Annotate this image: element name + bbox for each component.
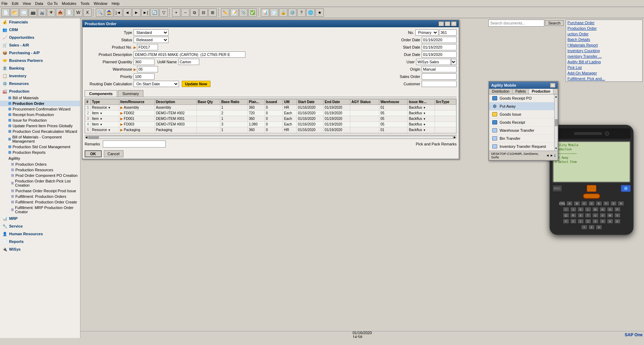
toolbar-print[interactable]: 🖨️ xyxy=(38,8,46,17)
link-production-order-2[interactable]: uction Order xyxy=(566,31,642,37)
key-p[interactable]: P xyxy=(614,207,621,212)
menu-window[interactable]: Window xyxy=(94,1,107,6)
sidebar-item-purchasing[interactable]: 📦 Purchasing - A/P xyxy=(0,49,80,57)
sidebar-subitem-procurement-wizard[interactable]: Procurement Confirmation Wizard xyxy=(0,106,80,112)
toolbar-duplicate[interactable]: ⧉ xyxy=(190,8,199,17)
scroll-left-btn[interactable]: ◄ xyxy=(85,135,88,139)
sales-order-field[interactable] xyxy=(422,73,457,80)
sidebar-item-resources[interactable]: ⚙️ Resources xyxy=(0,80,80,87)
user-dropdown[interactable]: ▼ xyxy=(451,59,457,65)
search-input[interactable] xyxy=(488,20,544,27)
link-agility-bol[interactable]: Agility Bill of Lading xyxy=(566,59,642,65)
toolbar-new[interactable]: 📄 xyxy=(1,8,10,17)
toolbar-last[interactable]: ►| xyxy=(141,8,150,17)
table-row[interactable]: 1 Resource ▼ ▶Assembly Assembly 1 360 0 … xyxy=(85,105,456,110)
table-row[interactable]: 6 Item ▼ 0 xyxy=(85,133,456,134)
toolbar-approval[interactable]: ✅ xyxy=(248,8,257,17)
scroll-thumb[interactable] xyxy=(88,136,99,139)
update-now-button[interactable]: Update Now xyxy=(182,81,210,87)
sidebar-item-sales[interactable]: 🛒 Sales - A/R xyxy=(0,41,80,49)
key-f[interactable]: F xyxy=(603,201,609,206)
customer-field[interactable] xyxy=(422,81,457,87)
toolbar-word[interactable]: W xyxy=(74,8,83,17)
key-b[interactable]: B xyxy=(574,201,580,206)
product-desc-field[interactable] xyxy=(134,51,245,58)
key-d[interactable]: D xyxy=(588,201,595,206)
search-button[interactable]: Search xyxy=(545,20,564,26)
minimize-button[interactable]: _ xyxy=(438,21,444,26)
warehouse-field[interactable] xyxy=(137,66,158,72)
link-purchase-order[interactable]: Purchase Order xyxy=(566,20,642,26)
sidebar-agility-fulfill-create[interactable]: Fulfillment: Production Order Create xyxy=(0,199,80,205)
table-row[interactable]: 5 Resource ▼ ▶Packaging Packaging 1 360 … xyxy=(85,127,456,133)
toolbar-fax[interactable]: 📠 xyxy=(29,8,37,17)
link-batch-details[interactable]: Batch Details xyxy=(566,37,642,42)
key-u[interactable]: U xyxy=(592,213,599,218)
cancel-button[interactable]: Cancel xyxy=(104,150,123,157)
menu-goto[interactable]: Go To xyxy=(48,1,58,6)
no-value-field[interactable] xyxy=(439,29,457,36)
agility-close-btn[interactable]: × xyxy=(550,83,556,88)
origin-field[interactable] xyxy=(422,66,457,72)
agility-tab-pallets[interactable]: Pallets xyxy=(513,89,529,94)
toolbar-wizards[interactable]: 🧙 xyxy=(105,8,113,17)
key-a[interactable]: A xyxy=(566,201,573,206)
key-ctrl[interactable]: CTRL xyxy=(559,201,565,206)
close-button[interactable]: × xyxy=(451,21,457,26)
toolbar-lock[interactable]: 🔒 xyxy=(279,8,287,17)
sidebar-subitem-prod-reports[interactable]: Production Reports xyxy=(0,150,80,155)
sidebar-item-hr[interactable]: 👤 Human Resources xyxy=(0,230,80,238)
key-6[interactable]: 6 xyxy=(614,219,621,224)
sidebar-agility-prod-orders[interactable]: Production Orders xyxy=(0,161,80,167)
table-row[interactable]: 4 Item ▼ ▶FD003 DEMO-ITEM #003 3 1,080 0… xyxy=(85,122,456,127)
type-field[interactable]: Standard xyxy=(134,29,169,36)
table-row[interactable]: 3 Item ▼ ▶FD001 DEMO-ITEM #001 1 360 0 E… xyxy=(85,116,456,122)
link-inventory-transfer[interactable]: nventory Transfer ... xyxy=(566,53,642,59)
key-t[interactable]: T xyxy=(585,213,591,218)
tab-summary[interactable]: Summary xyxy=(118,90,143,97)
agility-menu-inventory-transfer[interactable]: Inventory Transfer Request xyxy=(489,143,558,151)
sidebar-agility-component-po[interactable]: Prod Order Component PO Creation xyxy=(0,173,80,178)
sidebar-item-production[interactable]: 🏭 Production xyxy=(0,87,80,95)
key-v[interactable]: V xyxy=(600,213,606,218)
user-field[interactable] xyxy=(416,59,451,65)
key-5[interactable]: 5 xyxy=(607,219,613,224)
toolbar-open[interactable]: 📂 xyxy=(10,8,19,17)
agility-scroll-left-btn[interactable]: ◄ xyxy=(546,153,549,158)
sidebar-subitem-bom-component[interactable]: Bill of Materials - Component Management xyxy=(0,134,80,144)
routing-date-field[interactable]: On Start Date xyxy=(134,81,179,87)
sidebar-subitem-bom[interactable]: Bill of Materials xyxy=(0,95,80,101)
sidebar-item-reports[interactable]: 📄 Reports xyxy=(0,238,80,245)
link-production-order[interactable]: Production Order xyxy=(566,26,642,31)
agility-scroll-down[interactable]: ▼ xyxy=(555,147,558,150)
toolbar-pdf[interactable]: 📑 xyxy=(65,8,73,17)
menu-view[interactable]: View xyxy=(23,1,31,6)
key-m[interactable]: M xyxy=(592,207,599,212)
sidebar-agility-batch-pick[interactable]: Production Order Batch Pick List Creatio… xyxy=(0,178,80,188)
sidebar-item-banking[interactable]: 🏦 Banking xyxy=(0,64,80,72)
sidebar-item-opportunities[interactable]: 📈 Opportunities xyxy=(0,34,80,41)
sidebar-subitem-issue-for-production[interactable]: Issue for Production xyxy=(0,117,80,123)
toolbar-edit[interactable]: ✏️ xyxy=(221,8,229,17)
menu-edit[interactable]: Edit xyxy=(12,1,19,6)
key-4[interactable]: 4 xyxy=(600,219,606,224)
nav-esc-btn[interactable]: ESC xyxy=(552,185,562,192)
sidebar-item-crm[interactable]: 👥 CRM xyxy=(0,26,80,34)
scroll-track[interactable] xyxy=(88,136,453,139)
toolbar-custom[interactable]: ★ xyxy=(315,8,324,17)
link-addon-manager[interactable]: Add-On Manager xyxy=(566,70,642,76)
key-c[interactable]: C xyxy=(581,201,587,206)
toolbar-preview[interactable]: 👁️ xyxy=(47,8,55,17)
sidebar-item-service[interactable]: 🔧 Service xyxy=(0,222,80,230)
sidebar-item-financials[interactable]: 💰 Financials xyxy=(0,18,80,26)
agility-menu-put-away[interactable]: Put Away xyxy=(489,102,558,110)
toolbar-excel[interactable]: X xyxy=(83,8,92,17)
sidebar-subitem-production-order[interactable]: Production Order xyxy=(0,101,80,106)
start-date-field[interactable] xyxy=(422,44,457,50)
toolbar-refresh[interactable]: 🔄 xyxy=(150,8,159,17)
tab-components[interactable]: Components xyxy=(85,90,117,97)
agility-menu-goods-receipt[interactable]: Goods Receipt xyxy=(489,118,558,127)
due-date-field[interactable] xyxy=(422,51,457,58)
agility-menu-warehouse-transfer[interactable]: Warehouse Transfer xyxy=(489,127,558,135)
product-no-field[interactable] xyxy=(137,44,158,50)
